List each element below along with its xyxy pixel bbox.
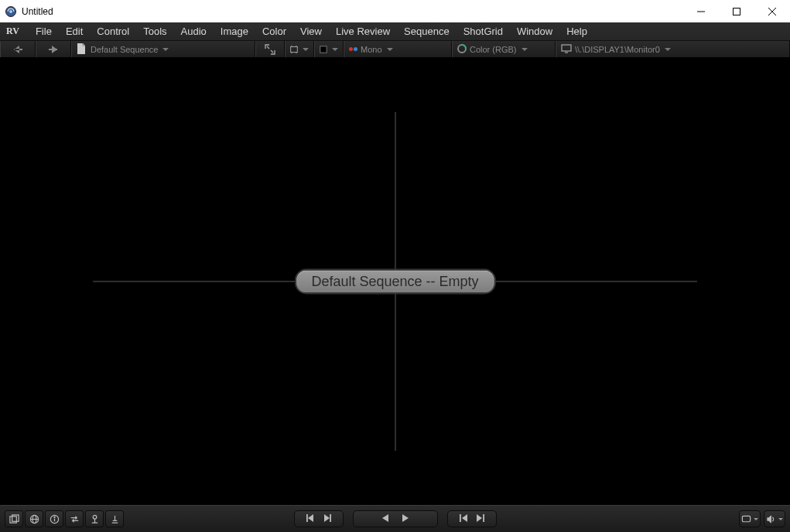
skip-end-icon <box>476 513 485 523</box>
skip-end-button[interactable] <box>476 512 485 526</box>
frame-mode-selector[interactable] <box>285 41 314 57</box>
color-mode-selector[interactable]: Color (RGB) <box>452 41 556 57</box>
menu-control[interactable]: Control <box>90 23 136 39</box>
swap-horizontal-icon <box>70 514 80 524</box>
expand-arrows-icon <box>265 44 275 55</box>
window-title: Untitled <box>22 6 683 17</box>
menu-view[interactable]: View <box>293 23 329 39</box>
app-icon <box>5 5 17 18</box>
svg-rect-30 <box>460 514 461 522</box>
svg-rect-28 <box>306 514 308 522</box>
svg-rect-6 <box>291 46 298 52</box>
skip-start-button[interactable] <box>459 512 468 526</box>
fullscreen-icon <box>741 514 751 524</box>
square-icon <box>320 45 327 54</box>
play-reverse-button[interactable] <box>381 512 390 526</box>
fullscreen-button[interactable] <box>739 510 761 527</box>
menu-livereview[interactable]: Live Review <box>329 23 397 39</box>
sequence-selector-label: Default Sequence <box>91 45 158 54</box>
network-button[interactable] <box>25 510 43 527</box>
svg-rect-16 <box>12 514 18 520</box>
arrow-right-icon <box>47 45 60 54</box>
skip-group <box>447 510 497 527</box>
skip-start-icon <box>459 513 468 523</box>
volume-icon <box>766 514 776 524</box>
svg-rect-11 <box>320 46 327 52</box>
step-forward-icon <box>323 513 332 523</box>
svg-rect-3 <box>734 8 740 15</box>
play-controls-group <box>353 510 438 527</box>
menu-file[interactable]: File <box>29 23 59 39</box>
toolbar: Default Sequence Mono Color (RGB) \\.\DI… <box>0 41 790 58</box>
info-icon <box>50 514 60 524</box>
timeline-button[interactable] <box>85 510 104 527</box>
display-selector-label: \\.\DISPLAY1\Monitor0 <box>575 45 660 54</box>
viewport-status-badge: Default Sequence -- Empty <box>294 269 495 295</box>
menu-sequence[interactable]: Sequence <box>397 23 457 39</box>
step-back-button[interactable] <box>306 512 315 526</box>
monitor-icon <box>561 44 572 55</box>
menu-image[interactable]: Image <box>214 23 255 39</box>
svg-point-22 <box>53 516 55 517</box>
step-frame-group <box>294 510 344 527</box>
in-out-marker-icon <box>110 514 120 524</box>
nav-back-button[interactable] <box>0 41 36 57</box>
menu-audio[interactable]: Audio <box>174 23 214 39</box>
menu-shotgrid[interactable]: ShotGrid <box>457 23 510 39</box>
globe-icon <box>29 514 39 524</box>
play-forward-button[interactable] <box>401 512 410 526</box>
arrow-left-icon <box>12 45 24 54</box>
sequence-selector[interactable]: Default Sequence <box>71 41 255 57</box>
window-titlebar: Untitled <box>0 0 790 22</box>
minimize-button[interactable] <box>683 0 719 22</box>
viewport[interactable]: Default Sequence -- Empty <box>0 58 790 505</box>
step-back-icon <box>306 513 315 523</box>
layers-icon <box>9 514 19 524</box>
volume-button[interactable] <box>764 510 785 527</box>
stereo-dots-icon <box>349 47 357 51</box>
svg-rect-32 <box>742 516 750 521</box>
brand-label: RV <box>6 26 19 37</box>
info-button[interactable] <box>45 510 63 527</box>
bottom-toolbar <box>0 505 790 532</box>
nav-forward-button[interactable] <box>36 41 71 57</box>
sync-button[interactable] <box>65 510 84 527</box>
stereo-mode-selector[interactable]: Mono <box>344 41 452 57</box>
marker-button[interactable] <box>105 510 124 527</box>
step-forward-button[interactable] <box>323 512 332 526</box>
color-mode-label: Color (RGB) <box>470 45 517 54</box>
svg-point-23 <box>93 515 97 519</box>
menu-tools[interactable]: Tools <box>136 23 173 39</box>
maximize-button[interactable] <box>719 0 754 22</box>
svg-rect-13 <box>562 45 571 51</box>
document-icon <box>77 43 86 56</box>
menubar: RV File Edit Control Tools Audio Image C… <box>0 22 790 41</box>
menu-color[interactable]: Color <box>255 23 293 39</box>
frame-icon <box>290 45 298 54</box>
stereo-mode-label: Mono <box>361 45 382 54</box>
menu-help[interactable]: Help <box>559 23 594 39</box>
svg-point-1 <box>9 10 12 13</box>
play-forward-icon <box>401 513 410 523</box>
timeline-marker-icon <box>90 514 100 524</box>
svg-rect-29 <box>330 514 331 522</box>
display-selector[interactable]: \\.\DISPLAY1\Monitor0 <box>556 41 790 57</box>
menu-edit[interactable]: Edit <box>59 23 90 39</box>
menu-window[interactable]: Window <box>510 23 559 39</box>
bg-color-selector[interactable] <box>314 41 344 57</box>
fit-expand-button[interactable] <box>255 41 285 57</box>
close-button[interactable] <box>754 0 790 22</box>
color-wheel-icon <box>457 44 467 55</box>
svg-rect-31 <box>483 514 484 522</box>
session-manager-button[interactable] <box>5 510 23 527</box>
play-reverse-icon <box>381 513 390 523</box>
